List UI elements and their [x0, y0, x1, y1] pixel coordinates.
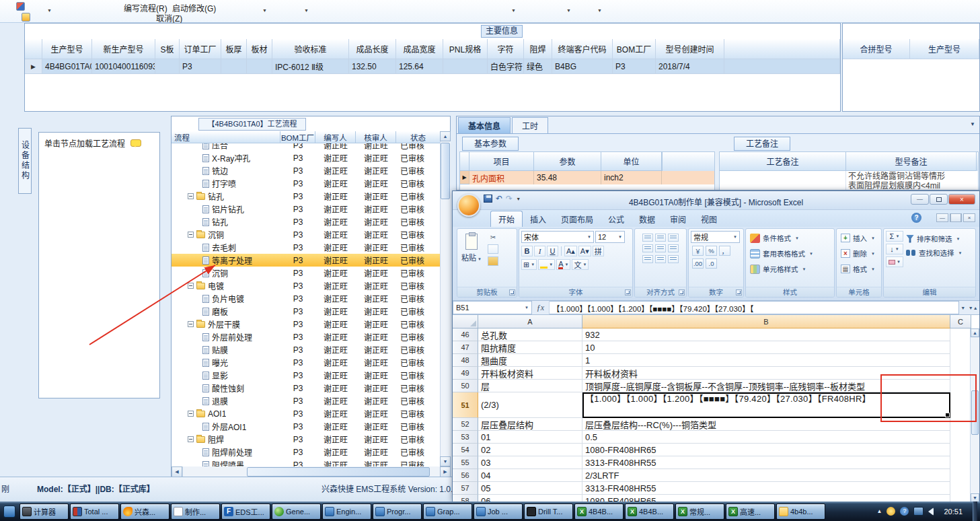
volume-icon[interactable]: [928, 508, 934, 516]
name-box[interactable]: B51▼: [453, 301, 532, 314]
excel-cell-a[interactable]: 层压叠层结构: [478, 418, 582, 431]
main-info-column-header[interactable]: 验收标准: [272, 39, 349, 59]
main-info-column-header[interactable]: 终端客户代码: [552, 39, 613, 59]
excel-cell-b[interactable]: 0.5: [582, 431, 950, 444]
main-info-column-header[interactable]: BOM工厂: [613, 39, 656, 59]
column-header-a[interactable]: A: [478, 315, 582, 328]
excel-cell-a[interactable]: 03: [478, 456, 582, 469]
main-info-column-header[interactable]: 板厚: [221, 39, 247, 59]
excel-cell-a[interactable]: 05: [478, 482, 582, 495]
tree-node-label[interactable]: 显影: [212, 370, 228, 381]
underline-button[interactable]: U: [547, 246, 558, 256]
main-info-column-header[interactable]: 板材: [247, 39, 272, 59]
tree-vertical-scrollbar[interactable]: ▲ ▼: [440, 131, 451, 466]
tree-column-header[interactable]: 核审人: [356, 131, 396, 143]
excel-cell-b[interactable]: 开料板材资料: [582, 367, 950, 380]
main-info-cell[interactable]: 10010400116093: [92, 59, 155, 74]
taskbar-button[interactable]: 4B4B...: [625, 503, 674, 520]
ribbon-tab[interactable]: 页面布局: [554, 211, 601, 227]
main-info-column-header[interactable]: S板: [155, 39, 180, 59]
tree-expander-icon[interactable]: [188, 436, 194, 442]
process-tree-row[interactable]: X-Ray冲孔 P3 谢正旺 谢正旺 已审核: [172, 151, 441, 164]
taskbar-button[interactable]: Drill T...: [524, 503, 573, 520]
tree-node-label[interactable]: 钻孔: [212, 216, 228, 228]
excel-cell-b[interactable]: 【1.000】【1.000】【1.200】【■■■■】【79.420】【27.0…: [582, 392, 950, 418]
dropdown-arrow-icon[interactable]: ▼: [262, 8, 267, 13]
process-tree-row[interactable]: AOI1 P3 谢正旺 谢正旺 已审核: [172, 407, 441, 420]
tree-node-label[interactable]: 退膜: [212, 395, 228, 407]
tree-node-label[interactable]: 酸性蚀刻: [212, 382, 244, 394]
main-info-cell[interactable]: P3: [180, 59, 221, 74]
number-format-select[interactable]: 常规▼: [691, 231, 740, 243]
tree-node-label[interactable]: 沉铜: [212, 267, 228, 279]
fill-button[interactable]: ↓▼: [886, 244, 903, 254]
font-name-select[interactable]: 宋体▼: [521, 231, 594, 243]
excel-row-header[interactable]: 50: [453, 380, 478, 392]
main-info-column-header[interactable]: 新生产型号: [92, 39, 155, 59]
orientation-icon[interactable]: [642, 244, 653, 252]
main-info-cell[interactable]: [155, 59, 180, 74]
italic-button[interactable]: I: [534, 246, 545, 256]
excel-row-header[interactable]: 51: [453, 392, 478, 418]
format-as-table-button[interactable]: 套用表格格式▼: [747, 246, 833, 261]
tree-node-label[interactable]: 外层AOI1: [212, 421, 246, 432]
tree-node-label[interactable]: 外层干膜: [208, 318, 240, 330]
tray-help-icon[interactable]: ?: [900, 507, 909, 516]
excel-row-header[interactable]: 48: [453, 354, 478, 367]
process-tree-row[interactable]: 负片电镀 P3 谢正旺 谢正旺 已审核: [172, 292, 441, 305]
tree-column-header[interactable]: BOM工厂: [280, 131, 315, 143]
taskbar-button[interactable]: 兴森...: [120, 503, 169, 520]
tree-node-label[interactable]: 铝片钻孔: [212, 203, 244, 215]
help-icon[interactable]: ?: [911, 213, 921, 223]
toolbar-icon[interactable]: [16, 2, 25, 11]
chinese-convert-button[interactable]: 文▼: [572, 259, 589, 270]
toolbar-icon[interactable]: [22, 13, 30, 22]
excel-cell-b[interactable]: 层压叠层结构---RC(%)---铜箔类型: [582, 418, 950, 431]
model-remark-cell[interactable]: 不允许线路露铜沾锡等情形 表面阻焊层划痕膜内<4mil: [846, 171, 977, 190]
tree-node-label[interactable]: 曝光: [212, 357, 228, 368]
dropdown-arrow-icon[interactable]: ▼: [566, 8, 571, 13]
tree-column-header[interactable]: 编写人: [315, 131, 356, 143]
main-info-cell[interactable]: 2018/7/4: [656, 59, 724, 74]
excel-row-header[interactable]: 47: [453, 341, 478, 354]
office-button[interactable]: [457, 194, 480, 217]
column-header-c[interactable]: C: [950, 315, 971, 328]
main-info-cell[interactable]: 绿色: [524, 59, 552, 74]
currency-format-icon[interactable]: ￥: [692, 246, 704, 256]
process-tree-row[interactable]: 电镀 P3 谢正旺 谢正旺 已审核: [172, 279, 441, 292]
insert-cells-button[interactable]: +插入▼: [838, 230, 880, 246]
ribbon-tab[interactable]: 数据: [632, 211, 663, 227]
process-tree-row[interactable]: 去毛刺 P3 谢正旺 谢正旺 已审核: [172, 241, 441, 254]
process-tree-row[interactable]: 曝光 P3 谢正旺 谢正旺 已审核: [172, 356, 441, 369]
process-tree-row[interactable]: 钻孔 P3 谢正旺 谢正旺 已审核: [172, 190, 441, 203]
dropdown-arrow-icon[interactable]: ▼: [304, 8, 309, 13]
paste-button[interactable]: 粘贴▼: [459, 231, 484, 263]
tree-expander-icon[interactable]: [188, 321, 194, 327]
tree-node-label[interactable]: 沉铜: [208, 229, 224, 240]
taskbar-button[interactable]: Gene...: [272, 503, 321, 520]
merge-center-icon[interactable]: [668, 255, 679, 263]
format-painter-icon[interactable]: [488, 256, 498, 266]
main-info-cell[interactable]: 132.50: [349, 59, 396, 74]
tree-node-label[interactable]: 负片电镀: [212, 293, 244, 304]
tree-node-label[interactable]: 贴膜: [212, 344, 228, 355]
taskbar-button[interactable]: 制作...: [171, 503, 220, 520]
param-value-cell[interactable]: 35.48: [534, 171, 601, 184]
dialog-launcher-icon[interactable]: [509, 289, 515, 296]
tree-expander-icon[interactable]: [188, 232, 194, 238]
tree-expander-icon[interactable]: [188, 411, 194, 417]
process-tree-row[interactable]: 铣边 P3 谢正旺 谢正旺 已审核: [172, 164, 441, 177]
process-tree-row[interactable]: 酸性蚀刻 P3 谢正旺 谢正旺 已审核: [172, 382, 441, 394]
excel-cell-a[interactable]: 01: [478, 431, 582, 444]
select-all-corner[interactable]: [453, 315, 478, 328]
scroll-down-icon[interactable]: ▼: [440, 456, 451, 466]
process-tree-row[interactable]: 沉铜 P3 谢正旺 谢正旺 已审核: [172, 228, 441, 241]
taskbar-button[interactable]: 常规...: [675, 503, 724, 520]
taskbar-button[interactable]: Job ...: [474, 503, 523, 520]
process-remark-cell[interactable]: [720, 171, 846, 190]
phonetic-guide-button[interactable]: 拼: [593, 246, 604, 256]
subtab-basic-params[interactable]: 基本参数: [462, 137, 519, 151]
param-column-header[interactable]: 单位: [601, 152, 662, 171]
clear-button[interactable]: ▼: [886, 256, 903, 267]
borders-button[interactable]: ⊞▼: [521, 259, 537, 270]
